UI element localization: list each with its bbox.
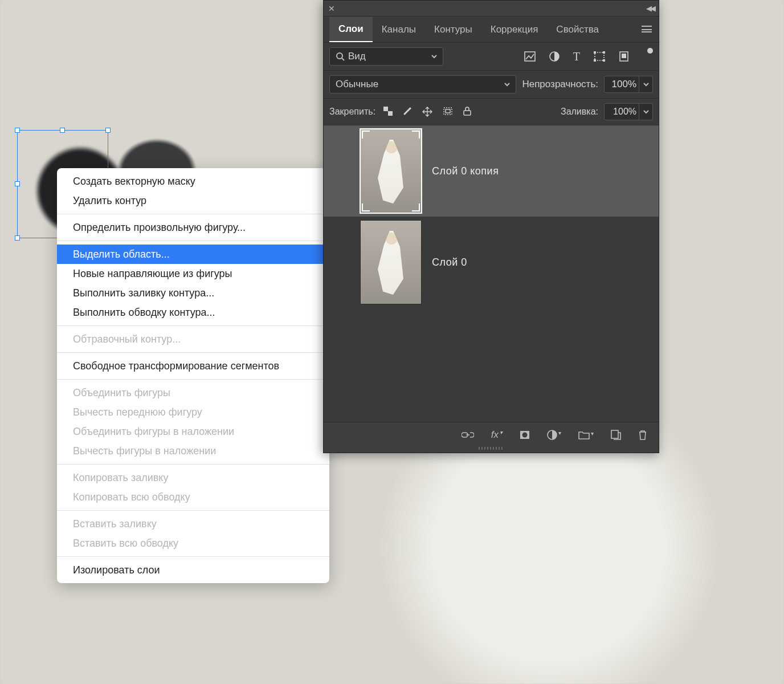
lock-label: Закрепить: xyxy=(329,107,375,117)
layer-name: Слой 0 копия xyxy=(432,165,499,177)
menu-separator xyxy=(57,352,329,353)
layer-name: Слой 0 xyxy=(432,256,467,268)
svg-point-0 xyxy=(337,53,342,59)
svg-rect-15 xyxy=(446,109,450,113)
menu-item: Обтравочный контур... xyxy=(57,329,329,349)
svg-rect-4 xyxy=(595,52,604,60)
group-icon[interactable]: ▾ xyxy=(578,430,594,439)
tab-свойства[interactable]: Свойства xyxy=(547,17,608,42)
handle-tr[interactable] xyxy=(105,128,111,133)
svg-point-18 xyxy=(522,432,528,437)
lock-artboard-icon[interactable] xyxy=(443,107,453,117)
panel-titlebar[interactable]: ✕ ◀◀ xyxy=(324,1,659,17)
layers-panel: ✕ ◀◀ СлоиКаналыКонтурыКоррекцияСвойства … xyxy=(323,0,659,453)
menu-item[interactable]: Изолировать слои xyxy=(57,560,329,580)
handle-tm[interactable] xyxy=(60,128,65,133)
menu-item: Копировать всю обводку xyxy=(57,487,329,507)
fx-icon[interactable]: fx▾ xyxy=(491,429,503,441)
menu-item: Объединить фигуры в наложении xyxy=(57,422,329,441)
menu-item[interactable]: Удалить контур xyxy=(57,191,329,210)
menu-item[interactable]: Выделить область... xyxy=(57,245,329,264)
svg-rect-10 xyxy=(622,54,626,58)
chevron-down-icon xyxy=(503,80,511,88)
menu-item: Вставить заливку xyxy=(57,514,329,534)
layers-empty-area[interactable] xyxy=(324,308,659,422)
menu-item[interactable]: Новые направляющие из фигуры xyxy=(57,264,329,283)
menu-item: Объединить фигуры xyxy=(57,383,329,402)
svg-rect-16 xyxy=(464,111,471,115)
layer-thumbnail[interactable] xyxy=(360,129,422,213)
chevron-down-icon xyxy=(430,52,438,60)
menu-item[interactable]: Выполнить заливку контура... xyxy=(57,283,329,303)
filter-row: Вид T xyxy=(324,43,659,71)
smart-object-icon[interactable] xyxy=(619,51,629,62)
tab-каналы[interactable]: Каналы xyxy=(373,17,425,42)
menu-separator xyxy=(57,241,329,241)
resize-grip[interactable] xyxy=(324,447,659,453)
opacity-label: Непрозрачность: xyxy=(522,79,598,90)
layer-item[interactable]: Слой 0 xyxy=(324,217,659,308)
menu-item[interactable]: Свободное трансформирование сегментов xyxy=(57,356,329,376)
image-filter-icon[interactable] xyxy=(524,51,536,62)
svg-rect-5 xyxy=(594,51,596,54)
fill-stepper[interactable] xyxy=(639,103,653,120)
shape-icon[interactable] xyxy=(594,51,605,62)
layer-kind-select[interactable]: Вид xyxy=(329,47,443,66)
new-layer-icon[interactable] xyxy=(611,430,621,440)
menu-separator xyxy=(57,214,329,214)
layer-thumbnail[interactable] xyxy=(360,220,422,304)
lock-pixels-icon[interactable] xyxy=(403,107,412,117)
text-icon[interactable]: T xyxy=(573,50,580,63)
svg-line-1 xyxy=(342,58,344,60)
panel-menu-icon[interactable] xyxy=(642,24,652,35)
menu-item: Вставить всю обводку xyxy=(57,534,329,553)
menu-item[interactable]: Выполнить обводку контура... xyxy=(57,303,329,322)
adjustment-layer-icon[interactable]: ▾ xyxy=(547,430,561,440)
panel-tabs: СлоиКаналыКонтурыКоррекцияСвойства xyxy=(324,17,659,43)
lock-transparent-icon[interactable] xyxy=(383,107,393,117)
context-menu: Создать векторную маскуУдалить контурОпр… xyxy=(57,168,329,583)
filter-icons: T xyxy=(524,50,653,63)
tab-контуры[interactable]: Контуры xyxy=(425,17,481,42)
layers-list: Слой 0 копияСлой 0 xyxy=(324,125,659,308)
link-icon[interactable] xyxy=(462,431,474,439)
lock-position-icon[interactable] xyxy=(422,107,432,117)
svg-rect-12 xyxy=(383,107,388,111)
fill-label: Заливка: xyxy=(561,107,598,117)
mask-icon[interactable] xyxy=(520,430,530,439)
opacity-stepper[interactable] xyxy=(639,76,653,93)
menu-item[interactable]: Определить произвольную фигуру... xyxy=(57,218,329,237)
blend-mode-select[interactable]: Обычные xyxy=(329,75,516,93)
handle-ml[interactable] xyxy=(15,181,20,186)
close-icon[interactable]: ✕ xyxy=(328,4,335,13)
layer-kind-label: Вид xyxy=(348,51,366,62)
layer-item[interactable]: Слой 0 копия xyxy=(324,125,659,217)
menu-item: Копировать заливку xyxy=(57,468,329,487)
handle-bl[interactable] xyxy=(15,235,20,241)
menu-separator xyxy=(57,325,329,326)
tab-слои[interactable]: Слои xyxy=(329,17,373,42)
menu-separator xyxy=(57,379,329,380)
handle-tl[interactable] xyxy=(15,128,20,133)
menu-item: Вычесть переднюю фигуру xyxy=(57,402,329,422)
svg-rect-20 xyxy=(611,430,618,438)
blend-row: Обычные Непрозрачность: 100% xyxy=(324,71,659,99)
filter-toggle[interactable] xyxy=(647,48,653,54)
lock-all-icon[interactable] xyxy=(463,107,471,117)
tab-коррекция[interactable]: Коррекция xyxy=(481,17,548,42)
menu-separator xyxy=(57,556,329,557)
trash-icon[interactable] xyxy=(638,430,647,440)
svg-rect-14 xyxy=(444,108,452,115)
opacity-value[interactable]: 100% xyxy=(604,76,639,93)
svg-rect-7 xyxy=(594,59,596,62)
menu-separator xyxy=(57,464,329,465)
adjust-icon[interactable] xyxy=(549,51,560,62)
svg-rect-8 xyxy=(603,59,605,62)
menu-item: Вычесть фигуры в наложении xyxy=(57,441,329,461)
collapse-icon[interactable]: ◀◀ xyxy=(646,4,654,13)
menu-separator xyxy=(57,510,329,511)
svg-rect-13 xyxy=(388,111,393,116)
search-icon xyxy=(336,52,345,61)
fill-value[interactable]: 100% xyxy=(604,103,639,120)
menu-item[interactable]: Создать векторную маску xyxy=(57,172,329,191)
